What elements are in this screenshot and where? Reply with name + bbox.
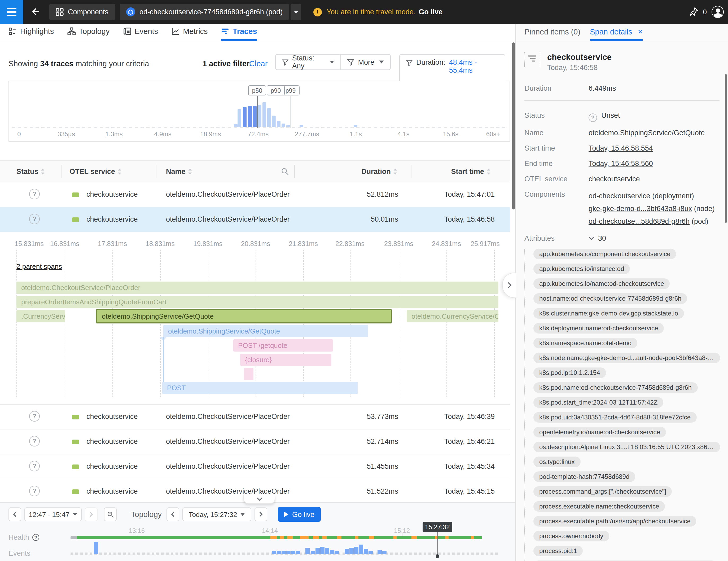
topology-time-back-button[interactable] — [166, 507, 179, 521]
sort-icon[interactable] — [41, 168, 45, 175]
event-bar[interactable] — [94, 542, 98, 554]
breadcrumb-components[interactable]: Components — [49, 4, 115, 20]
trace-row[interactable]: ? checkoutservice oteldemo.CheckoutServi… — [0, 207, 510, 232]
column-otel-service[interactable]: OTEL service — [69, 161, 122, 182]
sort-icon[interactable] — [393, 168, 398, 175]
component-link[interactable]: gke-gke-demo-d...3bf643a8-i8ux — [589, 204, 692, 212]
event-bar[interactable] — [330, 550, 334, 554]
pin-icon[interactable] — [689, 7, 698, 17]
duration-histogram[interactable]: p50 p90 p99 0335µs1.3ms4.9ms18.9ms72.4ms… — [8, 81, 510, 142]
topology-time-forward-button[interactable] — [255, 507, 267, 521]
event-bar[interactable] — [354, 546, 358, 554]
back-button[interactable] — [30, 7, 40, 16]
chevron-down-icon[interactable] — [589, 236, 594, 240]
column-name[interactable]: Name — [166, 161, 192, 182]
event-bar[interactable] — [325, 547, 329, 554]
histogram-bar[interactable] — [286, 125, 290, 127]
histogram-bar[interactable] — [354, 125, 357, 127]
tab-metrics[interactable]: Metrics — [171, 24, 208, 41]
span-bar[interactable]: .CurrencyServ... — [16, 310, 65, 322]
main-scrollbar[interactable] — [512, 42, 515, 209]
time-marker-handle[interactable] — [436, 554, 439, 558]
health-timeline[interactable] — [71, 536, 482, 539]
event-bar[interactable] — [349, 547, 354, 554]
event-bar[interactable] — [359, 544, 363, 554]
histogram-bar[interactable] — [248, 106, 252, 127]
timeline-range-back-button[interactable] — [8, 507, 21, 521]
parent-spans-link[interactable]: 2 parent spans — [16, 262, 62, 270]
event-bar[interactable] — [345, 549, 349, 554]
event-bar[interactable] — [286, 551, 291, 554]
panel-scrollbar[interactable] — [725, 74, 727, 223]
span-bar[interactable] — [244, 368, 253, 380]
span-bar[interactable]: oteldemo.CurrencyService/Con — [407, 310, 498, 322]
column-start-time[interactable]: Start time — [451, 161, 491, 182]
event-bar[interactable] — [291, 551, 295, 554]
duration-filter-value[interactable]: 48.4ms - 55.4ms — [449, 58, 498, 74]
time-marker-line[interactable] — [437, 532, 438, 556]
span-bar[interactable]: oteldemo.CheckoutService/PlaceOrder — [16, 282, 498, 294]
time-link[interactable]: Today, 15:46:58.554 — [589, 144, 653, 152]
time-range-dropdown[interactable]: 12:47 - 15:47 — [24, 507, 82, 521]
span-bar[interactable]: POST — [162, 382, 358, 394]
event-bar[interactable] — [296, 551, 300, 554]
menu-button[interactable] — [0, 0, 23, 24]
tab-events[interactable]: Events — [123, 24, 158, 41]
topology-time-dropdown[interactable]: Today, 15:27:32 — [182, 507, 251, 521]
histogram-bar[interactable] — [282, 124, 285, 127]
user-avatar[interactable] — [712, 6, 724, 18]
histogram-bar[interactable] — [277, 121, 280, 127]
component-link[interactable]: od-checkoutservice — [589, 192, 650, 200]
component-link[interactable]: od-checkoutse...58d689d-g8r6h — [589, 217, 690, 225]
more-filters-button[interactable]: More — [341, 55, 390, 69]
histogram-bar[interactable] — [243, 107, 247, 127]
histogram-bar[interactable] — [258, 105, 261, 127]
entity-dropdown-caret[interactable] — [291, 4, 301, 20]
sort-icon[interactable] — [117, 168, 122, 175]
trace-row[interactable]: ? checkoutservice oteldemo.CheckoutServi… — [0, 454, 510, 479]
time-marker-tooltip[interactable]: 15:27:32 — [423, 522, 452, 532]
span-bar[interactable]: {closure} — [240, 354, 331, 366]
span-bar[interactable]: oteldemo.ShippingService/GetQuote — [96, 309, 392, 323]
span-bar[interactable]: oteldemo.ShippingService/GetQuote — [163, 325, 368, 337]
event-bar[interactable] — [382, 551, 387, 554]
span-bar[interactable]: POST /getquote — [233, 339, 333, 352]
histogram-bar[interactable] — [272, 116, 276, 127]
tab-traces[interactable]: Traces — [221, 24, 257, 41]
close-icon[interactable]: ✕ — [638, 28, 643, 35]
column-duration[interactable]: Duration — [361, 161, 398, 182]
sort-icon[interactable] — [188, 168, 192, 175]
event-bar[interactable] — [272, 551, 276, 554]
histogram-bar[interactable] — [267, 108, 271, 127]
go-live-button[interactable]: Go live — [278, 507, 321, 522]
event-bar[interactable] — [311, 551, 315, 554]
event-bar[interactable] — [335, 551, 339, 554]
event-bar[interactable] — [277, 551, 281, 554]
entity-selector[interactable]: od-checkoutservice-77458d689d-g8r6h (pod… — [120, 4, 289, 20]
tab-span-details[interactable]: Span details ✕ — [590, 24, 643, 41]
event-bar[interactable] — [282, 551, 286, 554]
go-live-link[interactable]: Go live — [419, 8, 442, 16]
collapse-trace-button[interactable] — [243, 495, 275, 504]
duration-filter[interactable]: Duration: 48.4ms - 55.4ms — [399, 54, 505, 81]
histogram-bar[interactable] — [262, 102, 266, 127]
tab-highlights[interactable]: Highlights — [8, 24, 54, 41]
event-bar[interactable] — [378, 550, 382, 554]
trace-row[interactable]: ? checkoutservice oteldemo.CheckoutServi… — [0, 405, 510, 429]
trace-row[interactable]: ? checkoutservice oteldemo.CheckoutServi… — [0, 429, 510, 454]
sort-icon[interactable] — [486, 168, 491, 175]
help-icon[interactable]: ? — [32, 534, 39, 541]
event-bar[interactable] — [369, 551, 373, 554]
trace-row[interactable]: ? checkoutservice oteldemo.CheckoutServi… — [0, 182, 510, 207]
event-bar[interactable] — [320, 546, 324, 554]
event-bar[interactable] — [315, 547, 320, 554]
span-bar[interactable]: prepareOrderItemsAndShippingQuoteFromCar… — [16, 296, 498, 308]
time-link[interactable]: Today, 15:46:58.560 — [589, 159, 653, 167]
column-status[interactable]: Status — [16, 161, 45, 182]
histogram-bar[interactable] — [253, 106, 257, 127]
event-bar[interactable] — [305, 547, 310, 554]
status-filter-button[interactable]: Status: Any — [276, 55, 341, 69]
event-bar[interactable] — [364, 549, 368, 554]
name-search-icon[interactable] — [281, 161, 289, 182]
histogram-bar[interactable] — [238, 109, 241, 127]
